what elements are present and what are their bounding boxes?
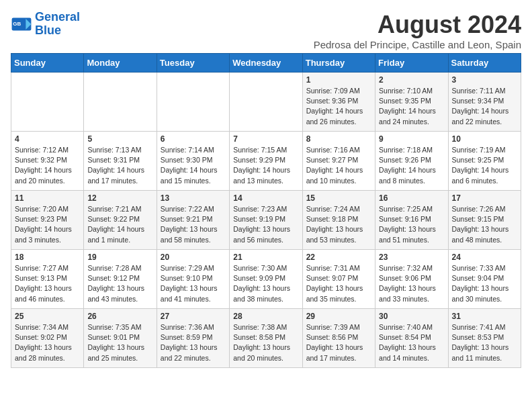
- day-info: Sunrise: 7:30 AM Sunset: 9:09 PM Dayligh…: [233, 263, 298, 304]
- calendar-day-cell: 15Sunrise: 7:24 AM Sunset: 9:18 PM Dayli…: [302, 191, 375, 250]
- calendar-day-cell: 20Sunrise: 7:29 AM Sunset: 9:10 PM Dayli…: [157, 250, 229, 309]
- day-number: 4: [15, 134, 80, 144]
- day-info: Sunrise: 7:24 AM Sunset: 9:18 PM Dayligh…: [306, 204, 371, 245]
- day-info: Sunrise: 7:23 AM Sunset: 9:19 PM Dayligh…: [233, 204, 298, 245]
- day-info: Sunrise: 7:38 AM Sunset: 8:58 PM Dayligh…: [233, 322, 298, 363]
- logo-line1: General: [35, 11, 80, 24]
- day-info: Sunrise: 7:31 AM Sunset: 9:07 PM Dayligh…: [306, 263, 371, 304]
- calendar-day-cell: 5Sunrise: 7:13 AM Sunset: 9:31 PM Daylig…: [84, 132, 157, 191]
- day-number: 6: [161, 134, 226, 144]
- calendar-day-cell: 23Sunrise: 7:32 AM Sunset: 9:06 PM Dayli…: [375, 250, 448, 309]
- day-info: Sunrise: 7:19 AM Sunset: 9:25 PM Dayligh…: [452, 145, 517, 186]
- calendar-day-cell: 10Sunrise: 7:19 AM Sunset: 9:25 PM Dayli…: [448, 132, 521, 191]
- day-number: 13: [161, 193, 226, 203]
- calendar-day-cell: 2Sunrise: 7:10 AM Sunset: 9:35 PM Daylig…: [375, 73, 448, 132]
- calendar-day-cell: 9Sunrise: 7:18 AM Sunset: 9:26 PM Daylig…: [375, 132, 448, 191]
- weekday-header: Friday: [375, 54, 448, 73]
- day-number: 30: [379, 312, 444, 321]
- day-number: 14: [233, 193, 298, 203]
- day-number: 16: [379, 193, 444, 203]
- day-number: 15: [306, 193, 371, 203]
- day-info: Sunrise: 7:22 AM Sunset: 9:21 PM Dayligh…: [161, 204, 226, 245]
- weekday-header: Wednesday: [230, 54, 302, 73]
- svg-text:GB: GB: [13, 20, 21, 26]
- day-number: 25: [15, 312, 80, 321]
- day-info: Sunrise: 7:40 AM Sunset: 8:54 PM Dayligh…: [379, 322, 444, 363]
- calendar-day-cell: 30Sunrise: 7:40 AM Sunset: 8:54 PM Dayli…: [375, 309, 448, 368]
- day-number: 3: [452, 75, 517, 85]
- weekday-header: Saturday: [448, 54, 521, 73]
- title-block: August 2024 Pedrosa del Principe, Castil…: [314, 11, 521, 50]
- calendar-header-row: SundayMondayTuesdayWednesdayThursdayFrid…: [11, 54, 521, 73]
- day-info: Sunrise: 7:33 AM Sunset: 9:04 PM Dayligh…: [452, 263, 517, 304]
- day-number: 7: [233, 134, 298, 144]
- calendar-day-cell: 8Sunrise: 7:16 AM Sunset: 9:27 PM Daylig…: [302, 132, 375, 191]
- day-info: Sunrise: 7:16 AM Sunset: 9:27 PM Dayligh…: [306, 145, 371, 186]
- calendar-day-cell: 13Sunrise: 7:22 AM Sunset: 9:21 PM Dayli…: [157, 191, 229, 250]
- calendar-day-cell: [157, 73, 229, 132]
- calendar-day-cell: 12Sunrise: 7:21 AM Sunset: 9:22 PM Dayli…: [84, 191, 157, 250]
- day-info: Sunrise: 7:29 AM Sunset: 9:10 PM Dayligh…: [161, 263, 226, 304]
- weekday-header: Thursday: [302, 54, 375, 73]
- month-year: August 2024: [314, 11, 521, 39]
- day-number: 11: [15, 193, 80, 203]
- calendar-day-cell: [11, 73, 84, 132]
- calendar-day-cell: 27Sunrise: 7:36 AM Sunset: 8:59 PM Dayli…: [157, 309, 229, 368]
- calendar-day-cell: 3Sunrise: 7:11 AM Sunset: 9:34 PM Daylig…: [448, 73, 521, 132]
- weekday-header: Monday: [84, 54, 157, 73]
- calendar-day-cell: 19Sunrise: 7:28 AM Sunset: 9:12 PM Dayli…: [84, 250, 157, 309]
- day-number: 9: [379, 134, 444, 144]
- day-info: Sunrise: 7:20 AM Sunset: 9:23 PM Dayligh…: [15, 204, 80, 245]
- day-number: 17: [452, 193, 517, 203]
- weekday-header: Tuesday: [157, 54, 229, 73]
- calendar-week-row: 18Sunrise: 7:27 AM Sunset: 9:13 PM Dayli…: [11, 250, 521, 309]
- day-info: Sunrise: 7:39 AM Sunset: 8:56 PM Dayligh…: [306, 322, 371, 363]
- calendar-day-cell: 31Sunrise: 7:41 AM Sunset: 8:53 PM Dayli…: [448, 309, 521, 368]
- calendar-day-cell: [230, 73, 302, 132]
- day-info: Sunrise: 7:36 AM Sunset: 8:59 PM Dayligh…: [161, 322, 226, 363]
- calendar-day-cell: 11Sunrise: 7:20 AM Sunset: 9:23 PM Dayli…: [11, 191, 84, 250]
- calendar-day-cell: 14Sunrise: 7:23 AM Sunset: 9:19 PM Dayli…: [230, 191, 302, 250]
- calendar-week-row: 11Sunrise: 7:20 AM Sunset: 9:23 PM Dayli…: [11, 191, 521, 250]
- logo: GB General Blue: [11, 11, 80, 38]
- calendar-day-cell: 17Sunrise: 7:26 AM Sunset: 9:15 PM Dayli…: [448, 191, 521, 250]
- day-info: Sunrise: 7:13 AM Sunset: 9:31 PM Dayligh…: [87, 145, 152, 186]
- logo-icon: GB: [11, 13, 32, 35]
- calendar-week-row: 1Sunrise: 7:09 AM Sunset: 9:36 PM Daylig…: [11, 73, 521, 132]
- calendar-week-row: 4Sunrise: 7:12 AM Sunset: 9:32 PM Daylig…: [11, 132, 521, 191]
- day-number: 20: [161, 253, 226, 262]
- day-info: Sunrise: 7:12 AM Sunset: 9:32 PM Dayligh…: [15, 145, 80, 186]
- day-info: Sunrise: 7:15 AM Sunset: 9:29 PM Dayligh…: [233, 145, 298, 186]
- day-number: 18: [15, 253, 80, 262]
- day-info: Sunrise: 7:10 AM Sunset: 9:35 PM Dayligh…: [379, 86, 444, 127]
- calendar-day-cell: 6Sunrise: 7:14 AM Sunset: 9:30 PM Daylig…: [157, 132, 229, 191]
- day-info: Sunrise: 7:27 AM Sunset: 9:13 PM Dayligh…: [15, 263, 80, 304]
- day-number: 24: [452, 253, 517, 262]
- day-info: Sunrise: 7:14 AM Sunset: 9:30 PM Dayligh…: [161, 145, 226, 186]
- day-info: Sunrise: 7:32 AM Sunset: 9:06 PM Dayligh…: [379, 263, 444, 304]
- calendar-day-cell: 1Sunrise: 7:09 AM Sunset: 9:36 PM Daylig…: [302, 73, 375, 132]
- day-info: Sunrise: 7:18 AM Sunset: 9:26 PM Dayligh…: [379, 145, 444, 186]
- day-info: Sunrise: 7:41 AM Sunset: 8:53 PM Dayligh…: [452, 322, 517, 363]
- day-number: 2: [379, 75, 444, 85]
- day-number: 29: [306, 312, 371, 321]
- day-info: Sunrise: 7:09 AM Sunset: 9:36 PM Dayligh…: [306, 86, 371, 127]
- calendar-day-cell: 18Sunrise: 7:27 AM Sunset: 9:13 PM Dayli…: [11, 250, 84, 309]
- logo-line2: Blue: [35, 24, 80, 38]
- calendar-day-cell: 7Sunrise: 7:15 AM Sunset: 9:29 PM Daylig…: [230, 132, 302, 191]
- calendar-day-cell: 21Sunrise: 7:30 AM Sunset: 9:09 PM Dayli…: [230, 250, 302, 309]
- calendar-day-cell: 28Sunrise: 7:38 AM Sunset: 8:58 PM Dayli…: [230, 309, 302, 368]
- calendar-day-cell: [84, 73, 157, 132]
- location: Pedrosa del Principe, Castille and Leon,…: [314, 39, 521, 50]
- day-number: 23: [379, 253, 444, 262]
- page-header: GB General Blue August 2024 Pedrosa del …: [11, 11, 521, 50]
- day-info: Sunrise: 7:34 AM Sunset: 9:02 PM Dayligh…: [15, 322, 80, 363]
- day-number: 5: [87, 134, 152, 144]
- calendar-day-cell: 24Sunrise: 7:33 AM Sunset: 9:04 PM Dayli…: [448, 250, 521, 309]
- day-number: 1: [306, 75, 371, 85]
- day-number: 8: [306, 134, 371, 144]
- day-info: Sunrise: 7:11 AM Sunset: 9:34 PM Dayligh…: [452, 86, 517, 127]
- day-info: Sunrise: 7:21 AM Sunset: 9:22 PM Dayligh…: [87, 204, 152, 245]
- day-number: 31: [452, 312, 517, 321]
- calendar-day-cell: 4Sunrise: 7:12 AM Sunset: 9:32 PM Daylig…: [11, 132, 84, 191]
